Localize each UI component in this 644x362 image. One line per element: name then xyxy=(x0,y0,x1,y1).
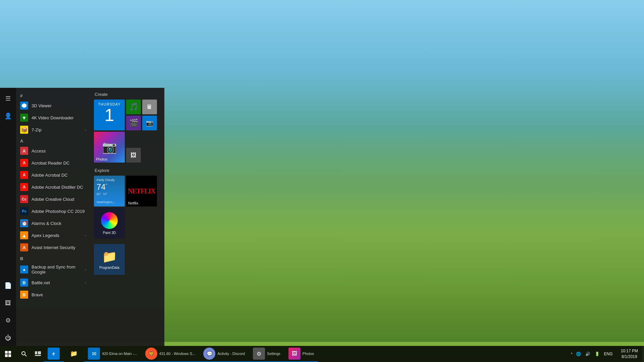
app-item-acrobat-reader[interactable]: A Acrobat Reader DC xyxy=(16,157,90,169)
tiles-row-2: 📷 Photos 🖼 xyxy=(94,132,160,163)
weather-city: Washington,... xyxy=(97,200,116,204)
battery-icon[interactable]: 🔋 xyxy=(593,350,601,358)
app-item-avast[interactable]: A Avast Internet Security xyxy=(16,241,90,253)
app-icon-alarms: ⏰ xyxy=(20,219,28,227)
app-label-battlenet: Battle.net xyxy=(32,280,50,285)
settings-label: Settings xyxy=(267,352,280,356)
app-label-creative-cloud: Adobe Creative Cloud xyxy=(32,197,74,202)
show-desktop-button[interactable] xyxy=(642,346,644,362)
app-item-brave[interactable]: B Brave xyxy=(16,289,90,301)
user-avatar[interactable]: 👤 xyxy=(0,108,16,124)
app-item-adobe-distiller[interactable]: A Adobe Acrobat Distiller DC xyxy=(16,181,90,193)
expand-arrow-apex: › xyxy=(85,234,86,237)
power-icon[interactable]: ⏻ xyxy=(0,330,16,346)
taskbar-clock[interactable]: 10:17 PM 8/1/2019 xyxy=(617,348,642,360)
tile-films-tv[interactable]: 🎬 xyxy=(126,116,141,130)
taskbar-item-mail[interactable]: ✉ 420 Elma on Main -... xyxy=(84,346,141,362)
svg-rect-1 xyxy=(5,351,8,354)
tile-paint3d[interactable]: Paint 3D xyxy=(94,208,125,239)
app-item-apex[interactable]: ▲ Apex Legends › xyxy=(16,229,90,241)
documents-icon[interactable]: 📄 xyxy=(0,278,16,294)
tiles-row-3: Partly Cloudy 74° 82° 72° Washington,...… xyxy=(94,176,160,206)
app-label-apex: Apex Legends xyxy=(32,233,59,238)
app-item-creative-cloud[interactable]: Cc Adobe Creative Cloud xyxy=(16,193,90,205)
taskbar-item-explorer[interactable]: 📁 xyxy=(64,346,84,362)
app-list-panel: # 3D Viewer ▼ 4K Video Downloader 📦 7-Zi… xyxy=(16,88,90,346)
start-menu: ☰ 👤 📄 🖼 ⚙ ⏻ # 3D Viewer ▼ 4K Video Downl… xyxy=(0,88,164,346)
expand-arrow-7zip: › xyxy=(85,128,86,132)
start-button[interactable] xyxy=(0,346,16,362)
app-label-access: Access xyxy=(32,148,46,154)
taskbar-item-settings[interactable]: ⚙ Settings xyxy=(249,346,284,362)
tile-programdata[interactable]: 📁 ProgramData xyxy=(94,244,125,275)
taskbar-item-brave[interactable]: 🦁 431.60 - Windows S... xyxy=(141,346,200,362)
svg-rect-4 xyxy=(8,354,11,357)
photos-taskbar-label: Photos xyxy=(303,352,314,356)
taskbar: e 📁 ✉ 420 Elma on Main -... 🦁 431.60 - W… xyxy=(0,346,644,362)
app-item-4kvideo[interactable]: ▼ 4K Video Downloader xyxy=(16,112,90,124)
section-b: B xyxy=(16,253,90,262)
taskbar-item-photos[interactable]: 🖼 Photos xyxy=(284,346,318,362)
language-indicator[interactable]: ENG xyxy=(603,352,614,356)
app-item-3dviewer[interactable]: 3D Viewer xyxy=(16,100,90,112)
app-label-photoshop: Adobe Photoshop CC 2019 xyxy=(32,209,85,214)
app-label-4kvideo: 4K Video Downloader xyxy=(32,115,74,120)
hamburger-menu-icon[interactable]: ☰ xyxy=(0,90,16,107)
svg-rect-7 xyxy=(35,351,37,354)
tray-overflow-button[interactable]: ^ xyxy=(570,352,573,356)
svg-rect-8 xyxy=(38,351,41,354)
taskbar-items: e 📁 ✉ 420 Elma on Main -... 🦁 431.60 - W… xyxy=(44,346,568,362)
app-item-alarms[interactable]: ⏰ Alarms & Clock xyxy=(16,217,90,229)
tile-weather[interactable]: Partly Cloudy 74° 82° 72° Washington,... xyxy=(94,176,125,206)
tile-calculator[interactable]: 🖩 xyxy=(142,100,157,114)
tile-netflix[interactable]: NETFLIX Netflix xyxy=(126,176,157,206)
tile-calendar[interactable]: Thursday 1 xyxy=(94,100,125,130)
paint3d-orb xyxy=(101,212,118,229)
app-label-adobe-distiller: Adobe Acrobat Distiller DC xyxy=(32,185,83,190)
app-item-access[interactable]: A Access xyxy=(16,145,90,157)
app-label-avast: Avast Internet Security xyxy=(32,245,75,250)
netflix-label: Netflix xyxy=(128,201,139,205)
pictures-icon[interactable]: 🖼 xyxy=(0,295,16,311)
discord-label: Activity - Discord xyxy=(217,352,245,356)
app-icon-7zip: 📦 xyxy=(20,126,28,134)
taskbar-item-discord[interactable]: 💬 Activity - Discord xyxy=(199,346,249,362)
edge-icon: e xyxy=(48,348,60,360)
app-icon-apex: ▲ xyxy=(20,231,28,239)
app-icon-creative-cloud: Cc xyxy=(20,195,28,203)
desktop: ☰ 👤 📄 🖼 ⚙ ⏻ # 3D Viewer ▼ 4K Video Downl… xyxy=(0,0,644,362)
app-icon-3dviewer xyxy=(20,102,28,110)
mail-icon: ✉ xyxy=(88,348,100,360)
network-icon[interactable]: 🌐 xyxy=(575,350,583,358)
tile-groove-music[interactable]: 🎵 xyxy=(126,100,141,114)
weather-temp: 74° xyxy=(97,183,107,191)
app-item-adobe-acrobat[interactable]: A Adobe Acrobat DC xyxy=(16,169,90,181)
volume-icon[interactable]: 🔊 xyxy=(584,350,592,358)
svg-point-5 xyxy=(22,352,25,355)
tile-photos[interactable]: 📷 Photos xyxy=(94,132,125,163)
tile-camera[interactable]: 📷 xyxy=(142,116,157,130)
app-label-brave: Brave xyxy=(32,292,43,297)
explorer-icon: 📁 xyxy=(68,348,80,360)
app-item-battlenet[interactable]: B Battle.net › xyxy=(16,277,90,289)
tiles-panel: Create Thursday 1 🎵 🎬 🖩 📷 xyxy=(90,88,164,346)
tiles-row-1: Thursday 1 🎵 🎬 🖩 📷 xyxy=(94,100,160,130)
tiles-row-4: Paint 3D xyxy=(94,208,160,239)
app-item-photoshop[interactable]: Ps Adobe Photoshop CC 2019 xyxy=(16,205,90,217)
tile-image-viewer[interactable]: 🖼 xyxy=(126,148,141,163)
svg-rect-9 xyxy=(35,355,41,356)
app-icon-access: A xyxy=(20,147,28,155)
folder-icon: 📁 xyxy=(102,250,117,264)
calendar-number: 1 xyxy=(105,106,114,124)
photos-label: Photos xyxy=(96,157,107,161)
app-label-7zip: 7-Zip xyxy=(32,127,42,132)
search-button[interactable] xyxy=(16,346,32,362)
mail-label: 420 Elma on Main -... xyxy=(102,352,137,356)
settings-icon[interactable]: ⚙ xyxy=(0,312,16,328)
app-item-7zip[interactable]: 📦 7-Zip › xyxy=(16,124,90,136)
app-icon-battlenet: B xyxy=(20,279,28,287)
taskbar-item-edge[interactable]: e xyxy=(44,346,64,362)
task-view-button[interactable] xyxy=(32,346,44,362)
brave-label: 431.60 - Windows S... xyxy=(159,352,196,356)
app-item-backup-sync[interactable]: ▲ Backup and Sync from Google › xyxy=(16,262,90,277)
